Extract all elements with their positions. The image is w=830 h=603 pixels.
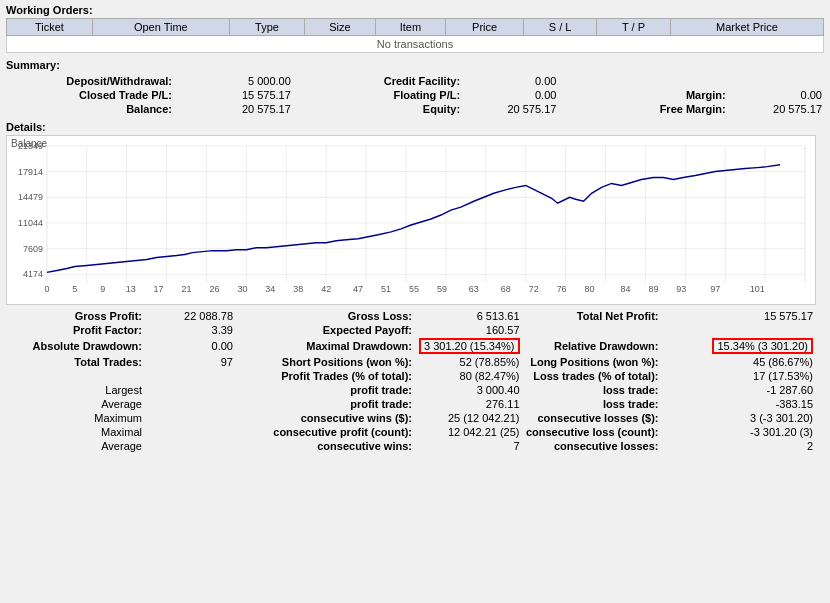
- total-net-profit-label: Total Net Profit:: [523, 309, 663, 323]
- closed-pnl-label: Closed Trade P/L:: [18, 89, 176, 101]
- col-size: Size: [305, 19, 375, 36]
- avg-consec-losses-value: 2: [663, 439, 816, 453]
- avg-profit-value: 276.11: [416, 397, 523, 411]
- svg-text:5: 5: [72, 284, 77, 294]
- long-positions-label: Long Positions (won %):: [523, 355, 663, 369]
- col-market-price: Market Price: [670, 19, 823, 36]
- free-margin-label: Free Margin:: [617, 103, 730, 115]
- balance-label: Balance:: [18, 103, 176, 115]
- svg-text:17: 17: [154, 284, 164, 294]
- largest-loss-trade-value: -1 287.60: [663, 383, 816, 397]
- col-type: Type: [229, 19, 304, 36]
- svg-text:13: 13: [126, 284, 136, 294]
- avg-consec-wins-label: consecutive wins:: [236, 439, 416, 453]
- svg-text:38: 38: [293, 284, 303, 294]
- gross-loss-label: Gross Loss:: [236, 309, 416, 323]
- col-tp: T / P: [597, 19, 671, 36]
- summary-title: Summary:: [6, 59, 824, 71]
- svg-text:0: 0: [44, 284, 49, 294]
- abs-drawdown-label: Absolute Drawdown:: [6, 337, 146, 355]
- gross-profit-value: 22 088.78: [146, 309, 236, 323]
- svg-text:4174: 4174: [23, 269, 43, 279]
- credit-value: 0.00: [466, 75, 556, 87]
- credit-label: Credit Facility:: [329, 75, 464, 87]
- svg-text:63: 63: [469, 284, 479, 294]
- svg-text:47: 47: [353, 284, 363, 294]
- margin-label: Margin:: [617, 89, 730, 101]
- average-label: Average: [6, 397, 146, 411]
- svg-text:84: 84: [620, 284, 630, 294]
- equity-value: 20 575.17: [466, 103, 556, 115]
- largest-profit-trade-value: 3 000.40: [416, 383, 523, 397]
- svg-text:21: 21: [182, 284, 192, 294]
- avg-consec-losses-label: consecutive losses:: [523, 439, 663, 453]
- expected-payoff-value: 160.57: [416, 323, 523, 337]
- max-drawdown-value: 3 301.20 (15.34%): [419, 338, 520, 354]
- maximal-consec-profit-value: 12 042.21 (25): [416, 425, 523, 439]
- chart-label: Balance: [11, 138, 47, 149]
- svg-text:72: 72: [529, 284, 539, 294]
- loss-trades-label: Loss trades (% of total):: [523, 369, 663, 383]
- largest-profit-trade-label: profit trade:: [236, 383, 416, 397]
- maximal-consec-loss-value: -3 301.20 (3): [663, 425, 816, 439]
- avg-profit-label: profit trade:: [236, 397, 416, 411]
- col-price: Price: [446, 19, 524, 36]
- chart-svg: 21349 17914 14479 11044 7609 4174 0 5 9 …: [7, 136, 815, 304]
- balance-value: 20 575.17: [178, 103, 291, 115]
- total-trades-label: Total Trades:: [6, 355, 146, 369]
- svg-text:101: 101: [750, 284, 765, 294]
- largest-label: Largest: [6, 383, 146, 397]
- rel-drawdown-value: 15.34% (3 301.20): [712, 338, 813, 354]
- avg-loss-label: loss trade:: [523, 397, 663, 411]
- svg-text:14479: 14479: [18, 192, 43, 202]
- avg-loss-value: -383.15: [663, 397, 816, 411]
- closed-pnl-value: 15 575.17: [178, 89, 291, 101]
- svg-text:93: 93: [676, 284, 686, 294]
- svg-text:89: 89: [648, 284, 658, 294]
- svg-text:34: 34: [265, 284, 275, 294]
- profit-trades-value: 80 (82.47%): [416, 369, 523, 383]
- svg-text:97: 97: [710, 284, 720, 294]
- max-drawdown-label: Maximal Drawdown:: [236, 337, 416, 355]
- gross-loss-value: 6 513.61: [416, 309, 523, 323]
- no-transactions: No transactions: [7, 36, 824, 53]
- svg-text:55: 55: [409, 284, 419, 294]
- col-ticket: Ticket: [7, 19, 93, 36]
- total-net-profit-value: 15 575.17: [663, 309, 816, 323]
- maximal-consec-profit-label: consecutive profit (count):: [236, 425, 416, 439]
- svg-text:11044: 11044: [18, 218, 43, 228]
- svg-text:51: 51: [381, 284, 391, 294]
- svg-text:26: 26: [209, 284, 219, 294]
- largest-loss-trade-label: loss trade:: [523, 383, 663, 397]
- deposit-value: 5 000.00: [178, 75, 291, 87]
- col-open-time: Open Time: [92, 19, 229, 36]
- col-sl: S / L: [524, 19, 597, 36]
- maximal-label: Maximal: [6, 425, 146, 439]
- free-margin-value: 20 575.17: [732, 103, 822, 115]
- profit-factor-label: Profit Factor:: [6, 323, 146, 337]
- expected-payoff-label: Expected Payoff:: [236, 323, 416, 337]
- svg-text:76: 76: [557, 284, 567, 294]
- profit-factor-value: 3.39: [146, 323, 236, 337]
- svg-text:80: 80: [585, 284, 595, 294]
- total-trades-value: 97: [146, 355, 236, 369]
- gross-profit-label: Gross Profit:: [6, 309, 146, 323]
- short-positions-label: Short Positions (won %):: [236, 355, 416, 369]
- maximum-label: Maximum: [6, 411, 146, 425]
- working-orders-table: Ticket Open Time Type Size Item Price S …: [6, 18, 824, 53]
- svg-text:42: 42: [321, 284, 331, 294]
- svg-text:30: 30: [237, 284, 247, 294]
- working-orders-section: Working Orders: Ticket Open Time Type Si…: [6, 4, 824, 53]
- details-title: Details:: [6, 121, 824, 133]
- max-consec-losses-label: consecutive losses ($):: [523, 411, 663, 425]
- deposit-label: Deposit/Withdrawal:: [18, 75, 176, 87]
- svg-text:68: 68: [501, 284, 511, 294]
- rel-drawdown-label: Relative Drawdown:: [523, 337, 663, 355]
- max-consec-losses-value: 3 (-3 301.20): [663, 411, 816, 425]
- margin-value: 0.00: [732, 89, 822, 101]
- average2-label: Average: [6, 439, 146, 453]
- abs-drawdown-value: 0.00: [146, 337, 236, 355]
- balance-chart: Balance: [6, 135, 816, 305]
- maximal-consec-loss-label: consecutive loss (count):: [523, 425, 663, 439]
- long-positions-value: 45 (86.67%): [663, 355, 816, 369]
